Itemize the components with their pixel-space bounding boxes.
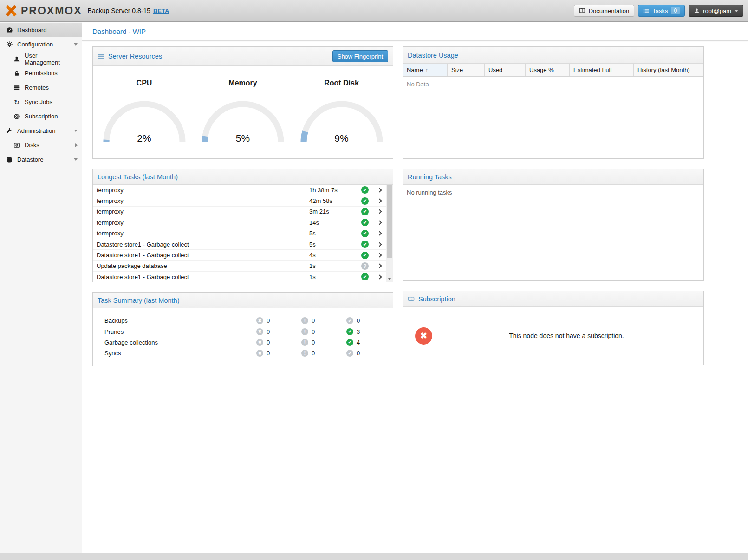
task-detail-button[interactable]	[373, 189, 386, 192]
ticket-icon	[408, 295, 415, 302]
summary-label: Garbage collections	[104, 339, 256, 346]
show-fingerprint-button[interactable]: Show Fingerprint	[332, 50, 388, 62]
app-header: PROXMOX Backup Server 0.8-15 BETA Docume…	[0, 0, 748, 22]
no-data-text: No Data	[403, 77, 703, 92]
database-icon	[6, 156, 13, 163]
task-name: Datastore store1 - Garbage collect	[93, 252, 309, 259]
error-icon	[256, 328, 263, 335]
task-row[interactable]: Datastore store1 - Garbage collect 5s	[93, 239, 386, 250]
task-duration: 1s	[309, 273, 357, 280]
scrollbar-thumb[interactable]	[387, 185, 392, 258]
caret-down-icon[interactable]	[74, 158, 78, 161]
wrench-icon	[6, 127, 13, 135]
task-detail-button[interactable]	[373, 275, 386, 279]
panel-title: Server Resources	[108, 52, 162, 60]
book-icon	[579, 7, 585, 14]
sidebar-item-configuration[interactable]: Configuration	[0, 37, 82, 52]
sidebar-item-remotes[interactable]: Remotes	[0, 80, 82, 95]
gauges-row: CPU 2% Memory	[93, 66, 393, 158]
chevron-down-icon	[735, 10, 738, 12]
warning-count-group: 0	[301, 328, 346, 335]
caret-right-icon[interactable]	[75, 143, 78, 147]
task-row[interactable]: termproxy 5s	[93, 228, 386, 239]
subscription-header: Subscription	[403, 291, 703, 307]
ok-count-group: 0	[346, 350, 391, 357]
ok-count: 0	[357, 350, 360, 357]
task-duration: 3m 21s	[309, 208, 357, 215]
table-header-row: Name↑ Size Used Usage % Estimated Full H…	[403, 64, 703, 77]
task-detail-button[interactable]	[373, 199, 386, 202]
error-count: 0	[267, 339, 270, 346]
user-icon	[13, 55, 20, 63]
user-menu-button[interactable]: root@pam	[689, 5, 743, 17]
server-resources-panel: Server Resources Show Fingerprint CPU 2%	[92, 46, 393, 159]
ok-count-group: 4	[346, 339, 391, 346]
sort-asc-icon: ↑	[425, 67, 428, 73]
task-row[interactable]: Datastore store1 - Garbage collect 1s	[93, 272, 386, 282]
column-header-estimated-full[interactable]: Estimated Full	[570, 64, 634, 76]
ok-icon	[346, 350, 353, 357]
tasks-label: Tasks	[652, 7, 668, 14]
sidebar-item-administration[interactable]: Administration	[0, 124, 82, 138]
gauge-value: 9%	[299, 133, 385, 144]
error-count-group: 0	[256, 350, 301, 357]
ok-count-group: 3	[346, 328, 391, 335]
gauge-value: 5%	[200, 133, 286, 144]
error-count: 0	[267, 350, 270, 357]
ok-count: 0	[357, 317, 360, 324]
vertical-scrollbar[interactable]	[386, 185, 393, 282]
sidebar-item-disks[interactable]: Disks	[0, 138, 82, 152]
caret-down-icon[interactable]	[74, 43, 78, 46]
sidebar-item-subscription[interactable]: Subscription	[0, 109, 82, 124]
no-subscription-icon: ✖	[415, 327, 432, 345]
column-header-usage[interactable]: Usage %	[526, 64, 570, 76]
beta-link[interactable]: BETA	[153, 7, 169, 14]
panel-title: Running Tasks	[408, 173, 452, 181]
task-row[interactable]: termproxy 3m 21s	[93, 207, 386, 217]
task-row[interactable]: termproxy 14s	[93, 217, 386, 228]
chevron-right-icon	[377, 253, 382, 258]
column-header-used[interactable]: Used	[485, 64, 526, 76]
task-name: Update package database	[93, 262, 309, 269]
warning-count-group: 0	[301, 339, 346, 346]
task-row[interactable]: Datastore store1 - Garbage collect 4s	[93, 250, 386, 260]
no-running-tasks-text: No running tasks	[403, 185, 703, 200]
task-name: Datastore store1 - Garbage collect	[93, 241, 309, 248]
task-detail-button[interactable]	[373, 243, 386, 246]
horizontal-scrollbar[interactable]	[0, 553, 748, 560]
server-resources-header: Server Resources Show Fingerprint	[93, 47, 393, 66]
task-detail-button[interactable]	[373, 264, 386, 267]
user-icon	[694, 8, 700, 14]
error-icon	[256, 339, 263, 346]
tasks-button[interactable]: Tasks 0	[638, 5, 685, 17]
sidebar-item-datastore[interactable]: Datastore	[0, 152, 82, 167]
sidebar-item-dashboard[interactable]: Dashboard	[0, 23, 82, 37]
task-detail-button[interactable]	[373, 254, 386, 257]
sidebar-item-user-management[interactable]: User Management	[0, 52, 82, 66]
task-detail-button[interactable]	[373, 232, 386, 235]
summary-label: Prunes	[104, 328, 256, 335]
task-detail-button[interactable]	[373, 221, 386, 224]
documentation-button[interactable]: Documentation	[574, 5, 634, 17]
documentation-label: Documentation	[589, 7, 629, 14]
sidebar-item-label: Configuration	[17, 41, 53, 48]
sidebar-item-sync-jobs[interactable]: ↻ Sync Jobs	[0, 95, 82, 109]
sidebar-item-permissions[interactable]: Permissions	[0, 66, 82, 80]
task-duration: 42m 58s	[309, 197, 357, 204]
page-title: Dashboard - WIP	[92, 27, 146, 35]
task-row[interactable]: termproxy 42m 58s	[93, 195, 386, 206]
column-header-name[interactable]: Name↑	[403, 64, 448, 76]
column-header-history[interactable]: History (last Month)	[634, 64, 703, 76]
root-disk-gauge: Root Disk 9%	[294, 75, 389, 158]
scrollbar-down-button[interactable]	[386, 276, 393, 282]
error-count: 0	[267, 317, 270, 324]
error-count-group: 0	[256, 328, 301, 335]
task-row[interactable]: Update package database 1s	[93, 261, 386, 272]
caret-down-icon[interactable]	[74, 130, 78, 132]
task-summary-header: Task Summary (last Month)	[93, 293, 393, 308]
task-row[interactable]: termproxy 1h 38m 7s	[93, 185, 386, 195]
warning-icon	[301, 317, 308, 324]
task-detail-button[interactable]	[373, 210, 386, 213]
life-ring-icon	[13, 113, 20, 120]
column-header-size[interactable]: Size	[448, 64, 485, 76]
